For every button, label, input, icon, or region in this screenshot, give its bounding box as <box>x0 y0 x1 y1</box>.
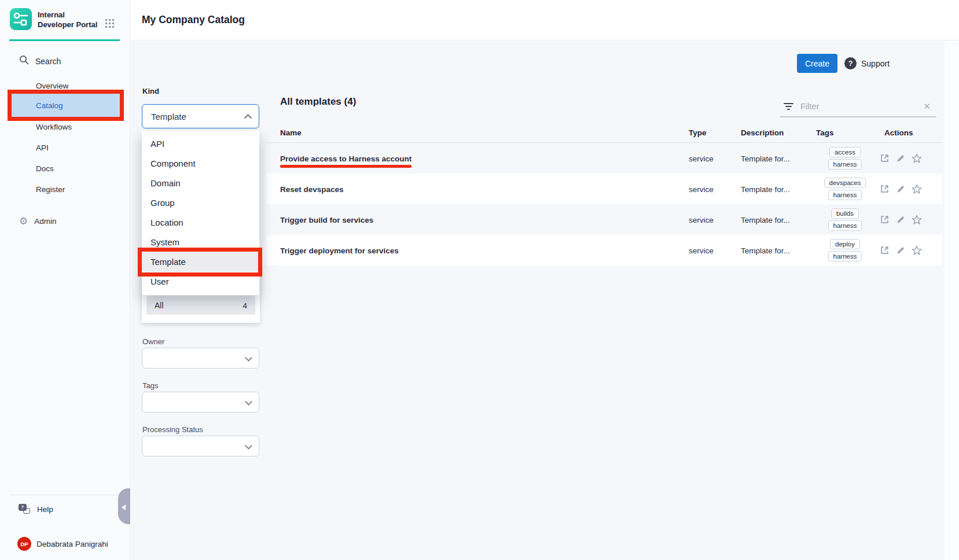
owner-select[interactable] <box>142 348 259 369</box>
sidebar-item-search[interactable]: Search <box>19 55 61 67</box>
sidebar-item-api[interactable]: API <box>36 143 49 152</box>
app-logo-icon <box>9 8 32 33</box>
chevron-down-icon <box>245 398 252 406</box>
filter-list-item-all[interactable]: All 4 <box>146 296 255 315</box>
brand-divider <box>9 39 120 41</box>
actions-cell <box>880 235 922 266</box>
owner-filter-label: Owner <box>142 337 164 346</box>
table-row: Trigger deployment for services service … <box>266 235 942 266</box>
type-cell: service <box>689 215 714 224</box>
edit-icon[interactable] <box>896 246 905 255</box>
page-title: My Company Catalog <box>142 14 245 26</box>
edit-icon[interactable] <box>896 154 905 163</box>
tag-chip: harness <box>828 251 862 261</box>
search-label: Search <box>35 57 61 66</box>
template-link[interactable]: Reset devspaces <box>280 185 344 193</box>
processing-status-filter-label: Processing Status <box>142 425 203 434</box>
catalog-label: Catalog <box>36 101 63 110</box>
template-link[interactable]: Provide access to Harness account <box>280 154 411 163</box>
tag-chip: builds <box>831 208 859 219</box>
table-filter-input[interactable] <box>799 101 915 112</box>
apps-grid-icon[interactable] <box>104 18 115 31</box>
star-icon[interactable] <box>912 215 922 225</box>
chevron-down-icon <box>245 354 252 362</box>
actions-cell <box>880 143 922 174</box>
description-cell: Template for... <box>741 185 790 193</box>
all-count: 4 <box>242 301 247 310</box>
open-external-icon[interactable] <box>880 245 890 255</box>
sidebar-item-docs[interactable]: Docs <box>36 164 54 173</box>
column-header-description: Description <box>741 128 784 137</box>
sidebar-item-catalog[interactable]: Catalog <box>12 94 120 117</box>
kind-option-system[interactable]: System <box>142 233 259 252</box>
sidebar-item-overview[interactable]: Overview <box>36 82 68 90</box>
description-cell: Template for... <box>741 154 790 163</box>
tag-chip: harness <box>828 190 862 200</box>
support-label: Support <box>861 59 890 68</box>
kind-option-location[interactable]: Location <box>142 213 259 233</box>
open-external-icon[interactable] <box>880 215 890 224</box>
column-header-tags: Tags <box>816 128 834 137</box>
type-cell: service <box>689 185 714 193</box>
support-button[interactable]: ? Support <box>844 57 890 69</box>
sidebar-footer-divider <box>10 495 120 495</box>
sidebar-item-admin[interactable]: ⚙ Admin <box>19 216 57 226</box>
table-filter-field[interactable]: ✕ <box>780 97 936 117</box>
app-logo-row[interactable]: Internal Developer Portal <box>9 8 102 33</box>
edit-icon[interactable] <box>896 185 905 194</box>
kind-select[interactable]: Template <box>142 104 259 128</box>
annotation-underline-row1 <box>280 165 411 168</box>
star-icon[interactable] <box>912 245 922 256</box>
star-icon[interactable] <box>912 153 922 164</box>
help-chat-icon: ? <box>19 504 31 515</box>
chevron-up-icon <box>244 114 252 121</box>
description-cell: Template for... <box>741 246 790 255</box>
sidebar-item-help[interactable]: ? Help <box>19 504 53 515</box>
kind-option-user[interactable]: User <box>142 272 259 292</box>
column-header-actions: Actions <box>884 128 913 137</box>
kind-option-group[interactable]: Group <box>142 193 259 213</box>
template-link[interactable]: Trigger deployment for services <box>280 246 399 255</box>
actions-cell <box>880 204 922 235</box>
kind-filter-label: Kind <box>142 87 159 95</box>
tag-chip: devspaces <box>824 178 866 188</box>
processing-status-select[interactable] <box>142 436 259 456</box>
edit-icon[interactable] <box>896 215 905 224</box>
chevron-down-icon <box>245 442 252 450</box>
tags-cell: access harness <box>816 143 874 174</box>
gear-icon: ⚙ <box>19 216 28 226</box>
kind-option-component[interactable]: Component <box>142 154 259 174</box>
user-menu[interactable]: DP Debabrata Panigrahi <box>17 537 108 551</box>
type-cell: service <box>689 246 714 255</box>
create-button[interactable]: Create <box>797 54 837 73</box>
column-header-type: Type <box>689 128 707 137</box>
kind-dropdown-menu: API Component Domain Group Location Syst… <box>142 131 259 295</box>
kind-option-api[interactable]: API <box>142 134 259 154</box>
clear-filter-icon[interactable]: ✕ <box>921 101 933 112</box>
sidebar-item-workflows[interactable]: Workflows <box>36 123 72 131</box>
tags-filter-label: Tags <box>142 381 158 390</box>
tag-chip: deploy <box>830 239 860 249</box>
tags-cell: builds harness <box>816 204 874 235</box>
sidebar-item-register[interactable]: Register <box>36 185 65 194</box>
search-icon <box>19 55 29 67</box>
table-row: Trigger build for services service Templ… <box>266 204 942 235</box>
tags-select[interactable] <box>142 392 259 412</box>
star-icon[interactable] <box>912 184 922 194</box>
user-name: Debabrata Panigrahi <box>36 540 108 548</box>
kind-option-template[interactable]: Template <box>142 252 259 272</box>
filter-icon <box>784 103 793 110</box>
table-row: Reset devspaces service Template for... … <box>266 174 942 204</box>
sidebar-collapse-handle[interactable] <box>118 488 130 524</box>
tags-cell: deploy harness <box>816 235 874 266</box>
tag-chip: harness <box>828 159 862 170</box>
type-cell: service <box>689 154 714 163</box>
table-title: All templates (4) <box>280 96 356 108</box>
kind-option-domain[interactable]: Domain <box>142 174 259 193</box>
table-row: Provide access to Harness account servic… <box>266 143 942 174</box>
tag-chip: access <box>829 147 861 157</box>
open-external-icon[interactable] <box>880 184 890 194</box>
help-label: Help <box>37 505 53 514</box>
open-external-icon[interactable] <box>880 153 890 163</box>
template-link[interactable]: Trigger build for services <box>280 215 373 224</box>
